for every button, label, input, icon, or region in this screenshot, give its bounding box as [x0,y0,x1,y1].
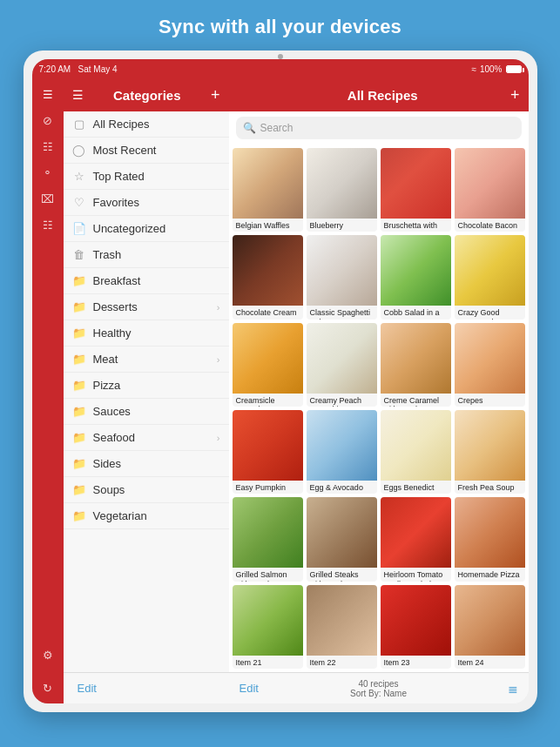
sidebar-icon-menu[interactable]: ☰ [36,82,60,106]
search-bar[interactable]: 🔍 Search [236,117,522,139]
category-item-seafood[interactable]: 📁 Seafood › [64,425,229,451]
recipe-card[interactable]: Chocolate Cream Tart ★★★★★ [233,235,303,319]
category-label: Sides [93,457,122,470]
recipe-name: Homemade Pizza Supreme [458,570,522,581]
recipe-name: Creamsicle Cupcakes [236,396,300,407]
recipe-card[interactable]: Chocolate Bacon Cupcakes with Maple... ★… [455,148,525,232]
recipe-card[interactable]: Grilled Steaks with Mushrooms ★★★★★ [307,497,377,581]
recipe-card[interactable]: Belgian Waffles with Whipped Cream and..… [233,148,303,232]
category-item-most-recent[interactable]: ◯ Most Recent [64,138,229,164]
recipe-info: Item 24 ★★★★★ [455,656,525,669]
recipe-thumbnail [233,148,303,219]
soups-icon: 📁 [72,483,86,496]
category-item-trash[interactable]: 🗑 Trash [64,242,229,268]
recipe-card[interactable]: Eggs Benedict with Canadian Bacon and...… [381,410,451,494]
status-time: 7:20 AM Sat May 4 [39,64,118,74]
recipe-thumbnail [307,323,377,394]
category-item-all-recipes[interactable]: ▢ All Recipes [64,111,229,138]
breakfast-icon: 📁 [72,274,86,287]
category-item-top-rated[interactable]: ☆ Top Rated [64,164,229,190]
category-label: Healthy [93,326,132,340]
sidebar-icon-sync[interactable]: ↻ [36,676,60,700]
sidebar-icon-grid[interactable]: ⌧ [36,186,60,211]
sidebar-icon-list[interactable]: ☷ [36,212,60,237]
sidebar-icon-cart[interactable]: ☷ [36,134,60,158]
category-label: Favorites [93,196,139,209]
recipe-name: Chocolate Cream Tart [236,308,300,319]
sidebar-icon-settings[interactable]: ⚙ [36,643,60,667]
recipe-card[interactable]: Item 24 ★★★★★ [455,585,525,669]
recipe-info: Creamy Peach Smoothies ★★★★★ [307,394,377,407]
recipe-card[interactable]: Crepes ★★★★★ [455,323,525,407]
category-label: Vegetarian [93,509,147,522]
recipe-card[interactable]: Easy Pumpkin Soup ★★★★★ [233,410,303,494]
category-list: ▢ All Recipes ◯ Most Recent ☆ Top Rated [64,111,229,672]
recipes-add-button[interactable]: + [510,86,520,104]
status-right: ≈ 100% [471,64,521,74]
favorites-icon: ♡ [72,196,86,209]
recipe-card[interactable]: Item 22 ★★★★★ [307,585,377,669]
recipe-info: Easy Pumpkin Soup ★★★★★ [233,481,303,494]
recipe-card[interactable]: Blueberry Oatmeal ★★★★★ [307,148,377,232]
recipe-card[interactable]: Egg & Avocado Toast ★★★★★ [307,410,377,494]
recipes-edit-button[interactable]: Edit [240,682,259,695]
recipe-info: Creme Caramel with Fresh Raspberries ★★★… [381,394,451,407]
recipe-thumbnail [307,585,377,656]
recipe-card[interactable]: Item 21 ★★★★★ [233,585,303,669]
recipes-footer: Edit 40 recipes Sort By: Name ≣ [229,672,529,703]
category-item-desserts[interactable]: 📁 Desserts › [64,294,229,320]
recipe-card[interactable]: Cobb Salad in a Mason Jar ★★★★★ [381,235,451,319]
category-item-sides[interactable]: 📁 Sides [64,451,229,477]
recipe-thumbnail [455,235,525,306]
sauces-icon: 📁 [72,405,86,418]
categories-add-button[interactable]: + [211,86,220,104]
recipes-footer-info: 40 recipes Sort By: Name [350,679,407,698]
category-item-meat[interactable]: 📁 Meat › [64,347,229,373]
recipe-thumbnail [381,148,451,219]
category-label: Desserts [93,300,138,313]
recipe-thumbnail [233,497,303,568]
recipe-card[interactable]: Creamsicle Cupcakes ★★★★★ [233,323,303,407]
recipe-card[interactable]: Grilled Salmon with Garden Salad ★★★★★ [233,497,303,581]
recipe-name: Creamy Peach Smoothies [310,396,374,407]
device-inner: 7:20 AM Sat May 4 ≈ 100% ☰ ⊘ [32,59,529,703]
categories-header: ☰ Categories + [64,78,229,111]
recipe-card[interactable]: Homemade Pizza Supreme ★★★★★ [455,497,525,581]
categories-edit-button[interactable]: Edit [78,682,97,695]
category-item-soups[interactable]: 📁 Soups [64,477,229,503]
category-item-pizza[interactable]: 📁 Pizza [64,373,229,399]
recipe-card[interactable]: Item 23 ★★★★★ [381,585,451,669]
categories-menu-icon[interactable]: ☰ [72,88,84,102]
uncategorized-icon: 📄 [72,222,86,235]
recipe-thumbnail [381,323,451,394]
recipe-name: Crepes [458,396,522,407]
grid-view-icon[interactable]: ≣ [508,682,518,696]
recipe-name: Item 22 [310,658,374,669]
recipe-card[interactable]: Crazy Good Carrot Cake ★★★★★ [455,235,525,319]
recipe-card[interactable]: Heirloom Tomato Medley Salad ★★★★★ [381,497,451,581]
recipe-name: Eggs Benedict with Canadian Bacon and... [384,483,448,494]
category-item-vegetarian[interactable]: 📁 Vegetarian [64,503,229,529]
top-rated-icon: ☆ [72,170,86,183]
trash-icon: 🗑 [72,248,86,261]
recipe-card[interactable]: Fresh Pea Soup with Mint ★★★★★ [455,410,525,494]
category-label: All Recipes [93,118,150,131]
most-recent-icon: ◯ [72,144,86,157]
category-item-sauces[interactable]: 📁 Sauces [64,399,229,425]
recipes-panel: All Recipes + 🔍 Search Belgian Waffles w… [229,78,529,703]
recipe-card[interactable]: Classic Spaghetti Bolognese ★★★★★ [307,235,377,319]
sidebar-icon-no[interactable]: ⊘ [36,108,60,132]
search-placeholder: Search [260,122,293,134]
categories-footer: Edit [64,672,229,703]
device-frame: 7:20 AM Sat May 4 ≈ 100% ☰ ⊘ [24,50,537,712]
recipe-info: Cobb Salad in a Mason Jar ★★★★★ [381,306,451,319]
recipe-card[interactable]: Creme Caramel with Fresh Raspberries ★★★… [381,323,451,407]
sidebar-icon-circle[interactable]: ⚬ [36,160,60,185]
category-item-favorites[interactable]: ♡ Favorites [64,190,229,216]
recipes-title: All Recipes [255,88,510,103]
recipe-card[interactable]: Bruschetta with Fresh Tomato and Basil ★… [381,148,451,232]
recipe-card[interactable]: Creamy Peach Smoothies ★★★★★ [307,323,377,407]
category-item-breakfast[interactable]: 📁 Breakfast [64,268,229,294]
category-item-uncategorized[interactable]: 📄 Uncategorized [64,216,229,242]
category-item-healthy[interactable]: 📁 Healthy [64,320,229,347]
